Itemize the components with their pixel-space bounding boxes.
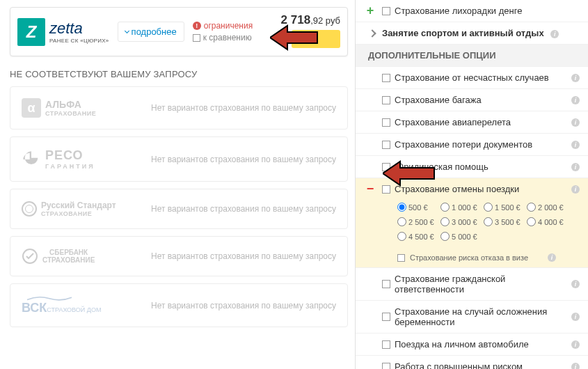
- checkbox-icon[interactable]: [382, 340, 390, 349]
- info-icon[interactable]: i: [550, 30, 559, 38]
- restrictions-flag[interactable]: ! ограничения: [193, 21, 253, 31]
- checkbox-icon: [193, 34, 200, 42]
- company-logo-vsk: ВСКСТРАХОВОЙ ДОМ: [22, 295, 101, 315]
- option-dengue[interactable]: + Страхование лихорадки денге: [356, 0, 588, 22]
- checkbox-icon[interactable]: [382, 74, 390, 82]
- option-accident[interactable]: Страхование от несчастных случаев i: [356, 67, 588, 89]
- no-match-card-rs: Русский Стандарт СТРАХОВАНИЕ Нет вариант…: [10, 189, 348, 229]
- company-name: zetta: [49, 19, 109, 38]
- company-logo-rs: Русский Стандарт СТРАХОВАНИЕ: [22, 201, 116, 217]
- checkbox-icon[interactable]: [397, 254, 405, 262]
- amount-radio-3000[interactable]: 3 000 €: [440, 217, 481, 226]
- checkbox-icon[interactable]: [382, 7, 390, 15]
- option-flight[interactable]: Страхование авиаперелета i: [356, 111, 588, 134]
- no-match-card-reso: РЕСО ГАРАНТИЯ Нет вариантов страхования …: [10, 136, 348, 182]
- offer-card: Z zetta РАНЕЕ СК «ЦЮРИХ» подробнее ! огр…: [10, 7, 348, 56]
- amount-radio-2500[interactable]: 2 500 €: [397, 217, 438, 226]
- no-match-message: Нет вариантов страхования по вашему запр…: [151, 103, 336, 113]
- no-match-card-vsk: ВСКСТРАХОВОЙ ДОМ Нет вариантов страхован…: [10, 283, 348, 327]
- info-icon[interactable]: i: [571, 185, 580, 194]
- minus-icon[interactable]: −: [364, 182, 376, 196]
- option-cancel[interactable]: − Страхование отмены поездки i: [356, 178, 588, 200]
- company-logo-reso: РЕСО ГАРАНТИЯ: [22, 148, 95, 170]
- company-subtitle: РАНЕЕ СК «ЦЮРИХ»: [49, 38, 109, 44]
- checkbox-icon[interactable]: [382, 118, 390, 127]
- option-docs[interactable]: Страхование потери документов i: [356, 134, 588, 156]
- option-baggage[interactable]: Страхование багажа i: [356, 89, 588, 111]
- no-match-message: Нет вариантов страхования по вашему запр…: [151, 251, 336, 261]
- company-logo-alpha: α АЛЬФА СТРАХОВАНИЕ: [22, 98, 96, 118]
- amount-radio-4500[interactable]: 4 500 €: [397, 232, 438, 241]
- cancel-amount-options: 500 € 1 000 € 1 500 € 2 000 € 2 500 € 3 …: [356, 200, 588, 249]
- chevron-down-icon: [125, 29, 129, 33]
- checkbox-icon[interactable]: [382, 141, 390, 149]
- zetta-icon: Z: [17, 18, 45, 46]
- info-icon[interactable]: i: [571, 96, 580, 104]
- price: 2 718,92 руб: [281, 13, 340, 27]
- amount-radio-5000[interactable]: 5 000 €: [440, 232, 481, 241]
- additional-options-section: ДОПОЛНИТЕЛЬНЫЕ ОПЦИИ: [356, 45, 588, 67]
- buy-button[interactable]: [292, 30, 340, 48]
- checkbox-icon[interactable]: [382, 363, 390, 370]
- info-icon[interactable]: i: [571, 74, 580, 82]
- company-logo: Z zetta РАНЕЕ СК «ЦЮРИХ»: [17, 18, 109, 46]
- info-icon[interactable]: i: [571, 280, 580, 288]
- option-pregnancy[interactable]: Страхование на случай осложнения беремен…: [356, 301, 588, 333]
- no-match-message: Нет вариантов страхования по вашему запр…: [151, 155, 336, 164]
- option-legal[interactable]: Юридическая помощь i: [356, 156, 588, 178]
- offer-price-block: 2 718,92 руб: [281, 13, 340, 50]
- offer-flags: ! ограничения к сравнению: [193, 21, 253, 42]
- left-panel: Z zetta РАНЕЕ СК «ЦЮРИХ» подробнее ! огр…: [0, 0, 355, 369]
- amount-radio-4000[interactable]: 4 000 €: [527, 217, 567, 226]
- info-icon[interactable]: i: [571, 313, 580, 321]
- checkbox-icon[interactable]: [382, 313, 390, 321]
- option-auto[interactable]: Поездка на личном автомобиле i: [356, 333, 588, 356]
- info-icon[interactable]: i: [571, 163, 580, 171]
- warning-icon: !: [193, 22, 201, 30]
- option-risk[interactable]: Работа с повышенным риском i: [356, 356, 588, 369]
- amount-radio-500[interactable]: 500 €: [397, 203, 438, 212]
- info-icon[interactable]: i: [571, 141, 580, 149]
- more-details-link[interactable]: подробнее: [118, 22, 184, 42]
- info-icon[interactable]: i: [548, 253, 556, 262]
- info-icon[interactable]: i: [571, 340, 580, 349]
- option-visa-refusal[interactable]: Страхование риска отказа в визе i: [356, 249, 588, 268]
- checkbox-icon[interactable]: [382, 96, 390, 104]
- info-icon[interactable]: i: [571, 363, 580, 370]
- option-civil[interactable]: Страхование гражданской ответственности …: [356, 268, 588, 301]
- amount-radio-3500[interactable]: 3 500 €: [484, 217, 524, 226]
- amount-radio-1500[interactable]: 1 500 €: [484, 203, 524, 212]
- company-logo-sber: СБЕРБАНК СТРАХОВАНИЕ: [22, 248, 95, 265]
- checkbox-icon[interactable]: [382, 163, 390, 171]
- no-match-message: Нет вариантов страхования по вашему запр…: [151, 301, 336, 311]
- chevron-right-icon: [368, 29, 376, 37]
- sport-section-header[interactable]: Занятие спортом и активный отдых i: [356, 22, 588, 45]
- no-match-message: Нет вариантов страхования по вашему запр…: [151, 204, 336, 214]
- amount-radio-2000[interactable]: 2 000 €: [527, 203, 567, 212]
- info-icon[interactable]: i: [571, 118, 580, 127]
- option-cancel-expanded: − Страхование отмены поездки i 500 € 1 0…: [356, 178, 588, 268]
- no-match-heading: НЕ СООТВЕТСТВУЮТ ВАШЕМУ ЗАПРОСУ: [10, 69, 348, 79]
- checkbox-icon[interactable]: [382, 280, 390, 288]
- right-panel: + Страхование лихорадки денге Занятие сп…: [355, 0, 588, 369]
- compare-checkbox[interactable]: к сравнению: [193, 33, 253, 42]
- plus-icon: +: [364, 3, 376, 18]
- checkbox-icon[interactable]: [382, 185, 390, 194]
- no-match-card-alpha: α АЛЬФА СТРАХОВАНИЕ Нет вариантов страхо…: [10, 86, 348, 129]
- no-match-card-sber: СБЕРБАНК СТРАХОВАНИЕ Нет вариантов страх…: [10, 236, 348, 276]
- amount-radio-1000[interactable]: 1 000 €: [440, 203, 481, 212]
